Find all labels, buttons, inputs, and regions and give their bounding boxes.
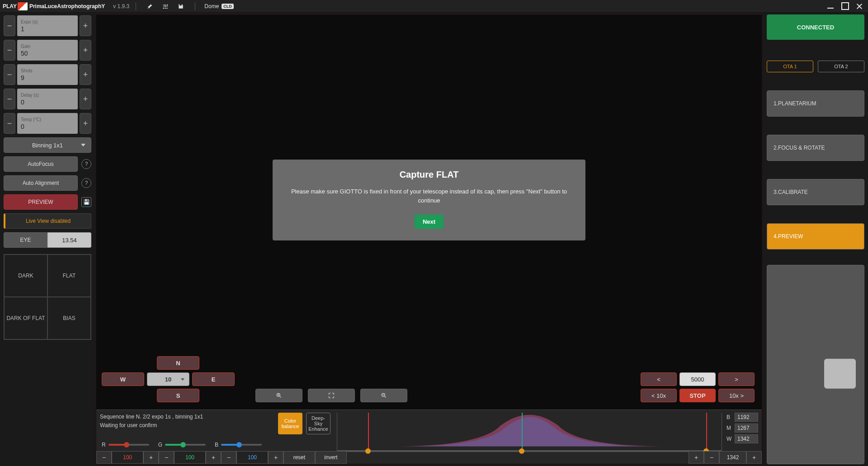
- nav-focus-rotate[interactable]: 2.FOCUS & ROTATE: [767, 135, 864, 161]
- top-bar: PLAY PrimaLuceAstrophotographY v 1.9.3 D…: [0, 0, 868, 13]
- app-logo-icon: [18, 2, 28, 10]
- auto-alignment-button[interactable]: Auto Alignment: [4, 175, 78, 191]
- focus-value[interactable]: 5000: [679, 372, 716, 386]
- focus-plus10x-button[interactable]: 10x >: [718, 389, 755, 402]
- w-plus2[interactable]: +: [746, 451, 762, 464]
- r-minus[interactable]: −: [96, 451, 112, 464]
- m-value[interactable]: 1267: [735, 424, 758, 433]
- window-close-button[interactable]: [854, 1, 865, 11]
- app-version: v 1.9.3: [113, 3, 129, 9]
- w-minus[interactable]: −: [704, 451, 719, 464]
- dark-of-flat-button[interactable]: DARK OF FLAT: [4, 297, 47, 339]
- w-end-value: 1342: [719, 451, 746, 464]
- ota1-tab[interactable]: OTA 1: [767, 61, 813, 72]
- move-west-button[interactable]: W: [102, 372, 144, 386]
- ota2-tab[interactable]: OTA 2: [818, 61, 864, 72]
- g-slider[interactable]: [165, 444, 206, 446]
- move-south-button[interactable]: S: [157, 389, 199, 402]
- r-value: 100: [112, 451, 143, 464]
- g-label: G: [158, 441, 162, 449]
- focus-plus-button[interactable]: >: [718, 372, 755, 386]
- nav-calibrate[interactable]: 3.CALIBRATE: [767, 179, 864, 205]
- save-session-icon[interactable]: [177, 2, 185, 10]
- bias-button[interactable]: BIAS: [47, 297, 91, 339]
- window-maximize-button[interactable]: [839, 1, 851, 11]
- r-slider[interactable]: [108, 444, 149, 446]
- preview-button[interactable]: PREVIEW: [4, 194, 78, 210]
- gain-increment[interactable]: +: [80, 40, 91, 61]
- bottom-panel: Sequence line N. 2/2 expo 1s , binning 1…: [96, 410, 762, 464]
- dome-label: Dome: [204, 3, 219, 9]
- b-value[interactable]: 1192: [735, 413, 758, 422]
- eye-label[interactable]: EYE: [4, 232, 47, 248]
- delay-stepper: − Delay (s) 0 +: [4, 89, 91, 109]
- binning-select[interactable]: Binning 1x1: [4, 137, 91, 153]
- b-value-adj: 100: [236, 451, 268, 464]
- flat-button[interactable]: FLAT: [47, 254, 91, 297]
- r-plus[interactable]: +: [143, 451, 159, 464]
- nav-planetarium[interactable]: 1.PLANETARIUM: [767, 90, 864, 117]
- preview-thumbnail[interactable]: [767, 265, 864, 464]
- b-plus[interactable]: +: [268, 451, 283, 464]
- b-minus[interactable]: −: [221, 451, 236, 464]
- delay-increment[interactable]: +: [80, 89, 91, 109]
- settings-sliders-icon[interactable]: [161, 2, 170, 10]
- eye-value: 13.54: [47, 232, 91, 248]
- autofocus-help-icon[interactable]: ?: [81, 159, 91, 169]
- dome-status-badge: CLD: [222, 4, 234, 9]
- deepsky-enhance-button[interactable]: Deep-Sky Enhance: [306, 413, 330, 434]
- zoom-buttons: [255, 389, 407, 402]
- shots-decrement[interactable]: −: [4, 64, 15, 85]
- pin-icon[interactable]: [146, 2, 154, 10]
- exposure-increment[interactable]: +: [80, 15, 91, 36]
- b-slider[interactable]: [221, 444, 262, 446]
- autoalign-help-icon[interactable]: ?: [81, 178, 91, 188]
- b-label: B: [215, 441, 218, 449]
- move-east-button[interactable]: E: [192, 372, 235, 386]
- exposure-decrement[interactable]: −: [4, 15, 15, 36]
- focus-stop-button[interactable]: STOP: [679, 389, 716, 402]
- w-plus[interactable]: +: [689, 451, 704, 464]
- dialog-next-button[interactable]: Next: [415, 215, 443, 229]
- gain-decrement[interactable]: −: [4, 40, 15, 61]
- invert-button[interactable]: invert: [315, 451, 347, 464]
- app-title: PrimaLuceAstrophotographY: [29, 3, 105, 9]
- frame-type-quad: DARK FLAT DARK OF FLAT BIAS: [4, 254, 91, 340]
- zoom-out-button[interactable]: [360, 389, 407, 402]
- autofocus-button[interactable]: AutoFocus: [4, 156, 78, 172]
- image-viewport[interactable]: N W 10 E S < 5000 > < 10x STOP 10x >: [96, 14, 762, 464]
- connection-status[interactable]: CONNECTED: [767, 14, 864, 40]
- color-balance-button[interactable]: Color balance: [278, 413, 302, 434]
- temp-field[interactable]: Temp (°C) 0: [17, 113, 78, 134]
- move-speed-select[interactable]: 10: [147, 372, 189, 386]
- g-minus[interactable]: −: [159, 451, 174, 464]
- gain-field[interactable]: Gain 50: [17, 40, 78, 61]
- left-panel: − Expo (s) 1 + − Gain 50 + − Shots 9 + −: [0, 13, 95, 466]
- preview-save-icon[interactable]: 💾: [81, 197, 91, 207]
- move-north-button[interactable]: N: [157, 356, 199, 370]
- status-line-2: Waiting for user confirm: [100, 421, 276, 430]
- dark-button[interactable]: DARK: [4, 254, 47, 297]
- delay-decrement[interactable]: −: [4, 89, 15, 109]
- play-label: PLAY: [3, 3, 17, 9]
- window-minimize-button[interactable]: [825, 1, 836, 11]
- reset-button[interactable]: reset: [283, 451, 315, 464]
- exposure-field[interactable]: Expo (s) 1: [17, 15, 78, 36]
- g-value: 100: [174, 451, 206, 464]
- focus-minus-button[interactable]: <: [641, 372, 677, 386]
- right-panel: CONNECTED OTA 1 OTA 2 1.PLANETARIUM 2.FO…: [763, 13, 868, 466]
- g-plus[interactable]: +: [206, 451, 221, 464]
- temp-increment[interactable]: +: [80, 113, 91, 134]
- temp-decrement[interactable]: −: [4, 113, 15, 134]
- focus-controls: < 5000 > < 10x STOP 10x >: [641, 372, 755, 402]
- status-line-1: Sequence line N. 2/2 expo 1s , binning 1…: [100, 413, 276, 421]
- live-view-toggle[interactable]: Live View disabled: [4, 213, 91, 229]
- nav-preview[interactable]: 4.PREVIEW: [767, 223, 864, 249]
- zoom-in-button[interactable]: [255, 389, 302, 402]
- shots-increment[interactable]: +: [80, 64, 91, 85]
- shots-field[interactable]: Shots 9: [17, 64, 78, 85]
- direction-pad: N W 10 E S: [102, 353, 235, 402]
- delay-field[interactable]: Delay (s) 0: [17, 89, 78, 109]
- zoom-fit-button[interactable]: [308, 389, 355, 402]
- focus-minus10x-button[interactable]: < 10x: [641, 389, 677, 402]
